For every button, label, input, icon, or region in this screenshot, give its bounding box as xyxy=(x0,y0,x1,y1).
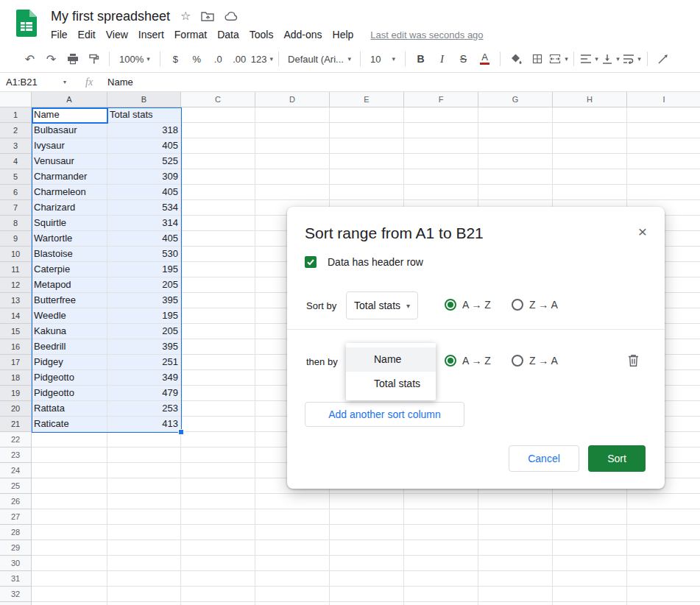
cell-I4[interactable] xyxy=(627,154,700,169)
row-header-33[interactable]: 33 xyxy=(0,602,32,605)
row-header-24[interactable]: 24 xyxy=(0,463,32,478)
cell-H30[interactable] xyxy=(553,556,627,571)
cell-C18[interactable] xyxy=(181,370,255,386)
row-header-6[interactable]: 6 xyxy=(0,185,32,200)
cell-I6[interactable] xyxy=(627,185,700,200)
sheets-logo-icon[interactable] xyxy=(12,9,40,38)
cell-D1[interactable] xyxy=(255,107,330,123)
cell-G28[interactable] xyxy=(478,525,553,540)
cell-B22[interactable] xyxy=(107,432,181,447)
horizontal-align-button[interactable]: ▾ xyxy=(579,49,599,68)
cell-G33[interactable] xyxy=(478,602,553,605)
format-percent-button[interactable]: % xyxy=(187,49,207,68)
cell-A31[interactable] xyxy=(32,571,107,587)
cell-B33[interactable] xyxy=(107,602,181,605)
cell-A5[interactable]: Charmander xyxy=(32,169,107,185)
cancel-button[interactable]: Cancel xyxy=(509,445,579,472)
cell-A20[interactable]: Rattata xyxy=(32,401,107,417)
then-by-za-radio[interactable] xyxy=(512,355,523,367)
fill-handle[interactable] xyxy=(178,429,184,435)
cell-F3[interactable] xyxy=(404,138,478,154)
cell-D2[interactable] xyxy=(255,123,330,138)
cell-A10[interactable]: Blastoise xyxy=(32,247,107,262)
cell-I26[interactable] xyxy=(627,494,700,509)
menu-data[interactable]: Data xyxy=(212,27,244,42)
cell-A24[interactable] xyxy=(32,463,107,478)
row-header-9[interactable]: 9 xyxy=(0,231,32,247)
cell-C26[interactable] xyxy=(181,494,255,509)
font-size-select[interactable]: 10▾ xyxy=(366,49,400,68)
cell-C28[interactable] xyxy=(181,525,255,540)
cell-C24[interactable] xyxy=(181,463,255,478)
select-all-corner[interactable] xyxy=(0,92,32,107)
cell-B1[interactable]: Total stats xyxy=(107,107,181,123)
italic-button[interactable]: I xyxy=(432,49,452,68)
cell-E6[interactable] xyxy=(330,185,404,200)
cell-H28[interactable] xyxy=(553,525,627,540)
format-currency-button[interactable]: $ xyxy=(166,49,185,68)
row-header-12[interactable]: 12 xyxy=(0,277,32,293)
cell-C32[interactable] xyxy=(181,587,255,602)
menu-option-total-stats[interactable]: Total stats xyxy=(346,372,436,396)
vertical-align-button[interactable]: ▾ xyxy=(601,49,621,68)
document-title[interactable]: My first spreadsheet xyxy=(51,9,170,24)
menu-help[interactable]: Help xyxy=(328,27,359,42)
cell-D28[interactable] xyxy=(255,525,330,540)
text-wrap-button[interactable]: ▾ xyxy=(622,49,642,68)
cell-H1[interactable] xyxy=(553,107,627,123)
cell-G6[interactable] xyxy=(478,185,553,200)
row-header-2[interactable]: 2 xyxy=(0,123,32,138)
cell-H5[interactable] xyxy=(553,169,627,185)
cell-B6[interactable]: 405 xyxy=(107,185,181,200)
cell-F26[interactable] xyxy=(404,494,478,509)
row-header-32[interactable]: 32 xyxy=(0,587,32,602)
row-header-3[interactable]: 3 xyxy=(0,138,32,154)
cell-F6[interactable] xyxy=(404,185,478,200)
cell-H29[interactable] xyxy=(553,540,627,556)
cell-B3[interactable]: 405 xyxy=(107,138,181,154)
cell-F2[interactable] xyxy=(404,123,478,138)
column-header-G[interactable]: G xyxy=(478,92,553,107)
cell-D3[interactable] xyxy=(255,138,330,154)
redo-button[interactable]: ↷ xyxy=(41,49,61,68)
cell-C19[interactable] xyxy=(181,386,255,401)
cell-C25[interactable] xyxy=(181,478,255,494)
undo-button[interactable]: ↶ xyxy=(20,49,40,68)
name-box[interactable]: A1:B21 ▾ xyxy=(0,77,74,88)
menu-file[interactable]: File xyxy=(46,27,73,42)
cell-B14[interactable]: 195 xyxy=(107,308,181,324)
cell-I5[interactable] xyxy=(627,169,700,185)
text-color-button[interactable]: A xyxy=(475,49,495,68)
cell-A13[interactable]: Butterfree xyxy=(32,293,107,308)
cell-B26[interactable] xyxy=(107,494,181,509)
cell-A25[interactable] xyxy=(32,478,107,494)
cell-C10[interactable] xyxy=(181,247,255,262)
cell-A16[interactable]: Beedrill xyxy=(32,339,107,355)
cell-B10[interactable]: 530 xyxy=(107,247,181,262)
row-header-16[interactable]: 16 xyxy=(0,339,32,355)
row-header-11[interactable]: 11 xyxy=(0,262,32,277)
cell-C1[interactable] xyxy=(181,107,255,123)
cell-C4[interactable] xyxy=(181,154,255,169)
cell-B21[interactable]: 413 xyxy=(107,417,181,432)
cell-B7[interactable]: 534 xyxy=(107,200,181,216)
row-header-21[interactable]: 21 xyxy=(0,417,32,432)
cell-D30[interactable] xyxy=(255,556,330,571)
sort-by-za-radio[interactable] xyxy=(512,299,523,311)
cell-F4[interactable] xyxy=(404,154,478,169)
column-header-B[interactable]: B xyxy=(107,92,181,107)
cell-E2[interactable] xyxy=(330,123,404,138)
cell-G30[interactable] xyxy=(478,556,553,571)
cell-A18[interactable]: Pidgeotto xyxy=(32,370,107,386)
menu-insert[interactable]: Insert xyxy=(133,27,169,42)
row-header-8[interactable]: 8 xyxy=(0,216,32,231)
cell-B9[interactable]: 405 xyxy=(107,231,181,247)
menu-view[interactable]: View xyxy=(101,27,133,42)
cell-F32[interactable] xyxy=(404,587,478,602)
row-header-22[interactable]: 22 xyxy=(0,432,32,447)
cell-C20[interactable] xyxy=(181,401,255,417)
cell-B24[interactable] xyxy=(107,463,181,478)
cell-C17[interactable] xyxy=(181,355,255,370)
cloud-status-icon[interactable] xyxy=(225,11,238,21)
cell-A7[interactable]: Charizard xyxy=(32,200,107,216)
